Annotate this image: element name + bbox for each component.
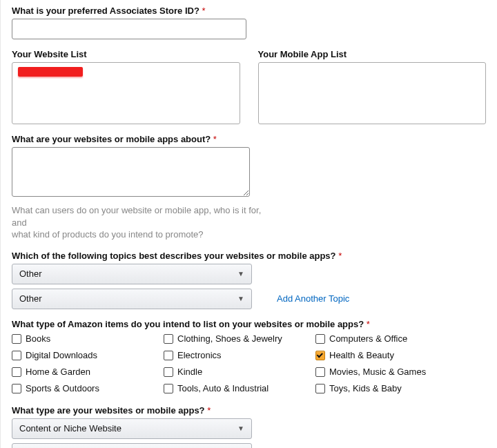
topic-primary-select[interactable]: Other ▼ — [12, 264, 252, 284]
items-label: What type of Amazon items do you intend … — [12, 319, 486, 329]
store-id-label: What is your preferred Associates Store … — [12, 6, 486, 16]
checkbox-label: Toys, Kids & Baby — [329, 383, 402, 393]
topics-label: Which of the following topics best descr… — [12, 251, 486, 261]
item-checkbox-row[interactable]: Books — [12, 332, 164, 346]
check-icon — [317, 351, 323, 358]
checkbox[interactable] — [12, 367, 21, 377]
item-checkbox-row[interactable]: Movies, Music & Games — [315, 365, 467, 379]
checkbox[interactable] — [164, 351, 173, 360]
add-another-topic-link[interactable]: Add Another Topic — [277, 293, 349, 304]
checkbox[interactable] — [315, 351, 325, 360]
checkbox[interactable] — [12, 384, 21, 393]
item-checkbox-row[interactable]: Computers & Office — [315, 332, 467, 346]
topic-secondary-select[interactable]: Other ▼ — [12, 289, 252, 309]
about-textarea[interactable] — [12, 147, 250, 197]
about-help-text: What can users do on your website or mob… — [12, 204, 274, 241]
chevron-down-icon: ▼ — [237, 289, 244, 309]
item-checkbox-row[interactable]: Electronics — [164, 349, 315, 362]
item-checkbox-row[interactable]: Digital Downloads — [12, 349, 164, 362]
checkbox[interactable] — [164, 367, 173, 377]
store-id-input[interactable] — [12, 19, 246, 39]
checkbox-label: Clothing, Shoes & Jewelry — [177, 333, 282, 344]
website-entry-redacted — [18, 67, 83, 77]
checkbox-label: Computers & Office — [329, 333, 407, 344]
checkbox-label: Movies, Music & Games — [329, 367, 426, 377]
item-checkbox-row[interactable]: Sports & Outdoors — [12, 382, 164, 396]
checkbox[interactable] — [315, 384, 325, 393]
item-checkbox-row[interactable]: Home & Garden — [12, 365, 164, 379]
site-type-label: What type are your websites or mobile ap… — [12, 405, 486, 416]
item-checkbox-row[interactable]: Tools, Auto & Industrial — [164, 382, 315, 396]
item-checkbox-row[interactable]: Clothing, Shoes & Jewelry — [164, 332, 315, 346]
checkbox[interactable] — [164, 384, 173, 393]
checkbox-label: Health & Beauty — [329, 350, 394, 360]
checkbox-label: Sports & Outdoors — [26, 383, 99, 393]
mobile-app-list-label: Your Mobile App List — [258, 49, 487, 59]
item-checkbox-row[interactable]: Health & Beauty — [315, 349, 467, 362]
website-list-box[interactable] — [12, 62, 240, 124]
chevron-down-icon: ▼ — [237, 264, 244, 284]
about-label: What are your websites or mobile apps ab… — [12, 134, 486, 144]
checkbox-label: Digital Downloads — [26, 350, 97, 360]
checkbox[interactable] — [164, 334, 173, 344]
site-type-primary-select[interactable]: Content or Niche Website ▼ — [12, 418, 252, 439]
checkbox-label: Tools, Auto & Industrial — [177, 383, 269, 393]
checkbox-label: Home & Garden — [26, 367, 90, 377]
chevron-down-icon: ▼ — [237, 419, 244, 438]
item-checkbox-row[interactable]: Toys, Kids & Baby — [315, 382, 467, 396]
checkbox[interactable] — [315, 334, 325, 344]
website-list-label: Your Website List — [12, 49, 240, 59]
mobile-app-list-box[interactable] — [258, 62, 487, 124]
item-checkbox-row[interactable]: Kindle — [164, 365, 315, 379]
checkbox-label: Electronics — [177, 350, 222, 360]
checkbox[interactable] — [12, 334, 21, 344]
checkbox-label: Kindle — [177, 367, 202, 377]
checkbox[interactable] — [12, 351, 21, 360]
chevron-down-icon: ▼ — [237, 444, 244, 448]
checkbox[interactable] — [315, 367, 325, 377]
site-type-secondary-select[interactable]: Blog ▼ — [12, 443, 252, 448]
checkbox-label: Books — [26, 333, 50, 344]
